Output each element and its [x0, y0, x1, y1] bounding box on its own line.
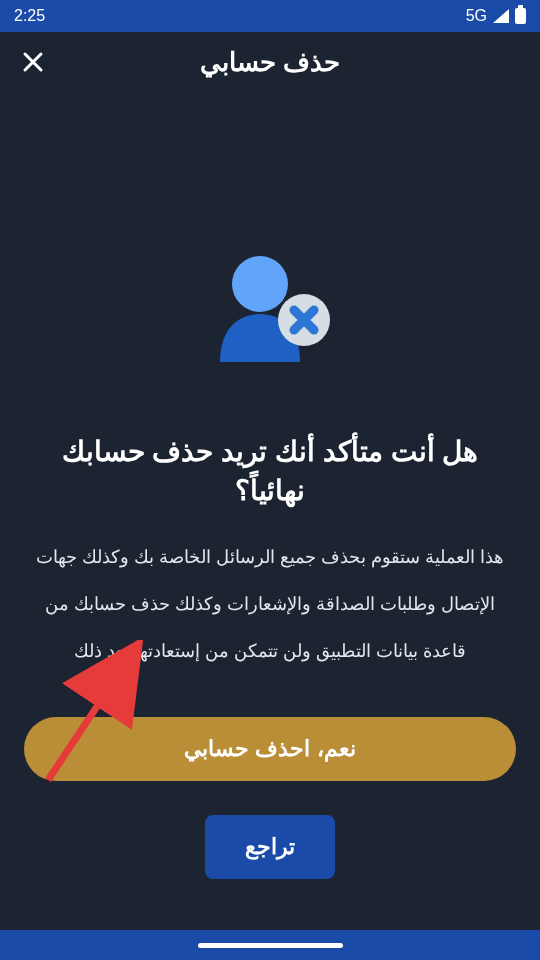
system-nav-bar	[0, 930, 540, 960]
home-indicator[interactable]	[198, 943, 343, 948]
status-time: 2:25	[14, 7, 45, 25]
close-button[interactable]	[18, 47, 48, 77]
main-content: هل أنت متأكد أنك تريد حذف حسابك نهائياً؟…	[0, 92, 540, 879]
page-title: حذف حسابي	[200, 47, 340, 78]
battery-icon	[515, 8, 526, 24]
confirm-body-text: هذا العملية ستقوم بحذف جميع الرسائل الخا…	[24, 534, 516, 674]
status-right: 5G	[466, 7, 526, 25]
confirm-delete-button[interactable]: نعم، احذف حسابي	[24, 717, 516, 781]
cancel-button[interactable]: تراجع	[205, 815, 335, 879]
signal-icon	[493, 9, 509, 23]
svg-point-2	[232, 256, 288, 312]
user-remove-icon	[200, 242, 340, 382]
page-header: حذف حسابي	[0, 32, 540, 92]
status-bar: 2:25 5G	[0, 0, 540, 32]
network-label: 5G	[466, 7, 487, 25]
close-icon	[21, 50, 45, 74]
delete-user-illustration	[200, 242, 340, 382]
confirm-heading: هل أنت متأكد أنك تريد حذف حسابك نهائياً؟	[24, 432, 516, 510]
